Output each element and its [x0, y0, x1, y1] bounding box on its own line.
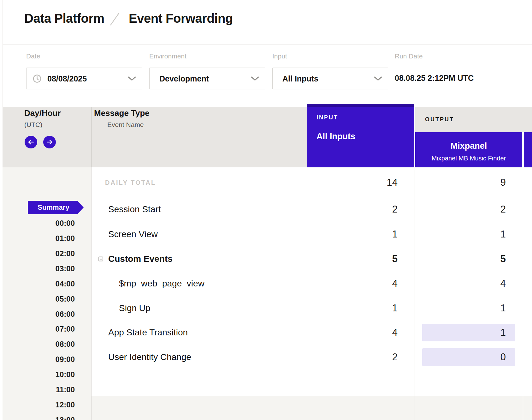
input-count: 1 [392, 229, 398, 240]
input-column-name: All Inputs [316, 132, 355, 141]
input-filter-label: Input [272, 52, 287, 60]
input-column-header[interactable]: INPUT All Inputs [307, 104, 414, 167]
table-row: Custom Events 5 5 [91, 247, 532, 271]
run-date-label: Run Date [395, 52, 423, 60]
input-count: 4 [392, 327, 398, 338]
output-count: 0 [500, 351, 506, 363]
hour-item[interactable]: 03:00 [56, 264, 75, 273]
chevron-down-icon [251, 76, 259, 81]
output-column-header-partial[interactable] [524, 132, 532, 167]
event-type-label: Screen View [108, 229, 158, 239]
event-type-label: Sign Up [119, 303, 151, 313]
minus-square-icon [100, 259, 102, 259]
daily-total-output-value: 9 [500, 177, 506, 188]
hour-item[interactable]: 08:00 [56, 339, 75, 349]
pager-next-button[interactable] [43, 136, 56, 148]
day-hour-subtitle: (UTC) [24, 121, 42, 129]
input-dropdown[interactable]: All Inputs [272, 68, 388, 89]
event-type-label: Session Start [108, 204, 161, 214]
table-row: User Identity Change 2 0 [91, 345, 532, 369]
breadcrumb-page-title: Event Forwarding [129, 11, 233, 26]
output-count: 1 [500, 303, 506, 314]
output-column-header[interactable]: Mixpanel Mixpanel MB Music Finder [415, 132, 522, 167]
hour-item[interactable]: 02:00 [56, 249, 75, 258]
input-count: 5 [392, 253, 398, 265]
breadcrumb-separator-icon [109, 12, 121, 26]
header-divider [3, 45, 532, 45]
date-filter-label: Date [26, 52, 40, 60]
output-column-subtitle: Mixpanel MB Music Finder [415, 155, 522, 162]
hour-item[interactable]: 05:00 [56, 294, 75, 304]
daily-total-input-value: 14 [387, 177, 398, 188]
event-type-label: App State Transition [108, 327, 188, 338]
input-count: 4 [392, 278, 398, 289]
table-row: $mp_web_page_view 4 4 [91, 271, 532, 296]
header-column-divider [91, 107, 92, 167]
clock-icon [33, 74, 41, 83]
table-row: Session Start 2 2 [91, 197, 532, 222]
input-count: 1 [392, 303, 398, 314]
hour-item[interactable]: 01:00 [56, 234, 75, 243]
event-name-subtitle: Event Name [107, 121, 144, 129]
column-gap [414, 104, 415, 167]
pager-prev-button[interactable] [25, 136, 37, 148]
table-row: Sign Up 1 1 [91, 296, 532, 321]
arrow-right-icon [46, 140, 53, 145]
daily-total-label: DAILY TOTAL [105, 179, 156, 186]
daily-total-row: DAILY TOTAL 14 9 [91, 167, 532, 198]
column-gap [522, 132, 524, 167]
output-count: 5 [500, 253, 506, 265]
hour-item[interactable]: 11:00 [56, 385, 75, 394]
output-count: 1 [500, 327, 506, 338]
event-type-label: User Identity Change [108, 352, 191, 362]
run-date-value: 08.08.25 2:12PM UTC [395, 74, 474, 83]
event-type-label: Custom Events [108, 254, 173, 264]
input-count: 2 [392, 351, 398, 363]
day-hour-title: Day/Hour [24, 108, 61, 118]
output-count: 2 [500, 204, 506, 215]
summary-tab[interactable]: Summary [28, 201, 84, 214]
hour-item[interactable]: 13:00 [56, 415, 75, 420]
hour-item[interactable]: 00:00 [56, 219, 75, 228]
table-row: App State Transition 4 1 [91, 320, 532, 345]
hour-item[interactable]: 07:00 [56, 324, 75, 334]
input-value: All Inputs [282, 74, 318, 83]
table-bottom-filler [92, 396, 532, 420]
table-row: Screen View 1 1 [91, 222, 532, 247]
output-section-label: OUTPUT [425, 116, 454, 123]
output-count: 4 [500, 278, 506, 289]
event-type-label: $mp_web_page_view [119, 279, 204, 289]
environment-dropdown[interactable]: Development [149, 68, 265, 89]
date-dropdown[interactable]: 08/08/2025 [26, 68, 142, 89]
hour-item[interactable]: 06:00 [56, 309, 75, 319]
breadcrumb-section-link[interactable]: Data Platform [24, 11, 104, 26]
sidebar: Summary 00:00 01:00 02:00 03:00 04:00 05… [3, 167, 91, 420]
message-type-title: Message Type [94, 108, 150, 118]
event-forwarding-page: Data Platform Event Forwarding Date Envi… [0, 0, 532, 420]
date-value: 08/08/2025 [47, 74, 87, 83]
chevron-down-icon [128, 76, 136, 81]
input-count: 2 [392, 204, 398, 215]
input-section-label: INPUT [316, 114, 338, 121]
hour-item[interactable]: 12:00 [56, 400, 75, 410]
output-column-name: Mixpanel [415, 141, 522, 151]
environment-value: Development [159, 74, 209, 83]
output-count: 1 [500, 229, 506, 240]
collapse-toggle[interactable] [98, 257, 103, 261]
hour-item[interactable]: 10:00 [56, 370, 75, 379]
environment-filter-label: Environment [149, 52, 186, 60]
chevron-down-icon [374, 76, 382, 81]
hour-item[interactable]: 09:00 [56, 355, 75, 364]
sidebar-divider [91, 167, 92, 420]
arrow-left-icon [27, 140, 34, 145]
hour-item[interactable]: 04:00 [56, 279, 75, 289]
